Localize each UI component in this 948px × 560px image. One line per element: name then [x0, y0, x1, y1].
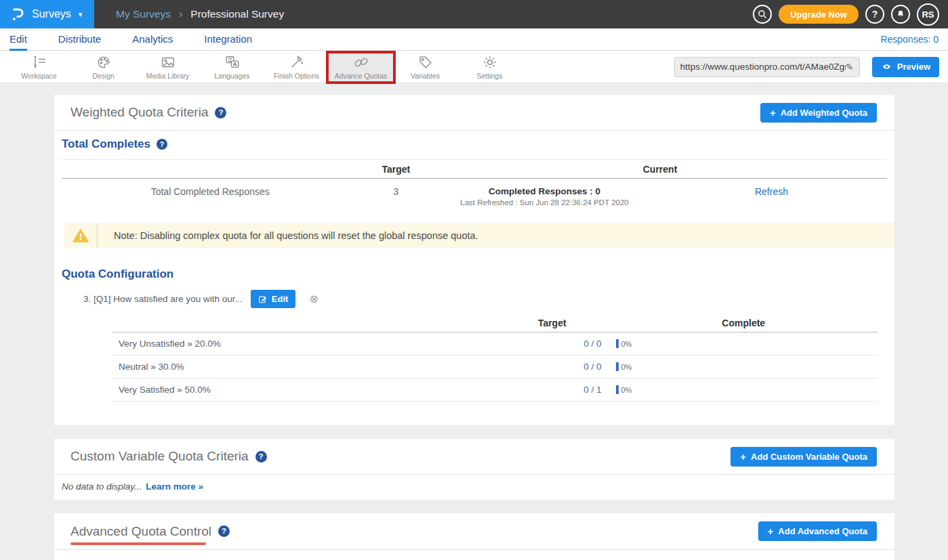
questionpro-logo-icon — [9, 6, 26, 22]
column-target: Target — [495, 318, 610, 328]
advanced-quota-title: Advanced Quota Control — [70, 524, 211, 539]
total-completes-help-icon[interactable]: ? — [157, 139, 167, 150]
add-weighted-quota-label: Add Weighted Quota — [781, 108, 867, 118]
answer-option-label: Very Satisfied » 50.0% — [112, 385, 495, 395]
toolbar-design[interactable]: Design — [71, 51, 136, 83]
languages-icon — [224, 54, 241, 70]
answer-option-label: Very Unsatisfied » 20.0% — [112, 339, 495, 349]
column-current: Current — [433, 164, 887, 175]
weighted-quota-title-wrap: Weighted Quota Criteria ? — [70, 105, 226, 120]
add-custom-variable-quota-label: Add Custom Variable Quota — [751, 452, 867, 462]
workspace-icon — [31, 54, 47, 70]
toolbar-settings-label: Settings — [477, 72, 503, 80]
remove-quota-icon[interactable]: ⊗ — [309, 294, 318, 305]
advance-quotas-chain-icon — [353, 54, 369, 70]
weighted-quota-header: Weighted Quota Criteria ? + Add Weighted… — [54, 95, 894, 131]
last-refreshed-timestamp: Last Refreshed : Sun Jun 28 22:36:24 PDT… — [433, 198, 656, 207]
add-weighted-quota-button[interactable]: + Add Weighted Quota — [760, 103, 877, 123]
toolbar-finish-options-label: Finish Options — [274, 72, 319, 80]
quota-question-row: 3. [Q1] How satisfied are you with our..… — [83, 290, 318, 308]
refresh-link[interactable]: Refresh — [755, 186, 788, 197]
survey-url-input[interactable] — [680, 62, 846, 72]
toolbar-design-label: Design — [92, 72, 115, 80]
table-row: Neutral » 30.0% 0 / 0 0% — [112, 356, 878, 379]
custom-variable-title-wrap: Custom Variable Quota Criteria ? — [70, 449, 267, 464]
finish-options-wand-icon — [289, 54, 305, 70]
breadcrumb-separator-icon: › — [179, 8, 182, 20]
total-completes-title-wrap: Total Completes ? — [62, 137, 167, 151]
edit-url-pencil-icon[interactable]: ✎ — [846, 62, 854, 72]
eye-icon — [881, 62, 892, 71]
preview-button[interactable]: Preview — [872, 57, 939, 77]
tab-edit[interactable]: Edit — [9, 28, 27, 51]
no-data-text: No data to display... — [62, 481, 142, 492]
toolbar-workspace[interactable]: Workspace — [7, 51, 71, 83]
quota-table-header: Target Complete — [112, 314, 878, 332]
search-icon — [757, 9, 768, 20]
add-advanced-quota-button[interactable]: + Add Advanced Quota — [758, 521, 877, 541]
weighted-quota-help-icon[interactable]: ? — [215, 107, 226, 119]
tab-distribute[interactable]: Distribute — [58, 28, 101, 51]
toolbar-advance-quotas-label: Advance Quotas — [335, 72, 388, 80]
toolbar-languages-label: Languages — [215, 72, 250, 80]
responses-count: Responses: 0 — [880, 34, 939, 45]
learn-more-link[interactable]: Learn more » — [146, 481, 203, 492]
custom-variable-quota-card: Custom Variable Quota Criteria ? + Add C… — [54, 439, 894, 500]
completed-responses-count: Completed Responses : 0 — [433, 186, 656, 196]
toolbar-media-library[interactable]: Media Library — [136, 51, 200, 83]
help-button[interactable]: ? — [865, 5, 884, 24]
question-icon: ? — [872, 9, 878, 20]
preview-button-label: Preview — [897, 62, 930, 72]
target-count: 0 / 0 — [495, 362, 610, 372]
note-icon-wrap — [64, 228, 97, 243]
breadcrumb-my-surveys[interactable]: My Surveys — [116, 8, 171, 20]
edit-toolbar: Workspace Design Media Library Languages… — [0, 51, 948, 83]
add-custom-variable-quota-button[interactable]: + Add Custom Variable Quota — [730, 447, 877, 467]
quota-question-label: 3. [Q1] How satisfied are you with our..… — [83, 294, 243, 304]
user-avatar[interactable]: RS — [917, 3, 939, 26]
custom-variable-quota-title: Custom Variable Quota Criteria — [70, 449, 249, 464]
custom-variable-help-icon[interactable]: ? — [255, 451, 267, 462]
quota-note-banner: Note: Disabling complex quota for all qu… — [64, 223, 894, 248]
warning-triangle-icon — [73, 228, 89, 243]
custom-variable-quota-header: Custom Variable Quota Criteria ? + Add C… — [54, 439, 894, 475]
toolbar-settings[interactable]: Settings — [457, 51, 522, 83]
progress-bar — [616, 339, 619, 348]
toolbar-advance-quotas[interactable]: Advance Quotas — [329, 51, 393, 83]
edit-question-quota-button[interactable]: Edit — [251, 290, 296, 308]
toolbar-variables[interactable]: Variables — [393, 51, 457, 83]
edit-button-label: Edit — [272, 294, 289, 304]
chevron-down-icon: ▾ — [79, 10, 83, 19]
table-row: Very Unsatisfied » 20.0% 0 / 0 0% — [112, 332, 878, 356]
advanced-quota-card: Advanced Quota Control ? + Add Advanced … — [54, 513, 894, 560]
notifications-button[interactable] — [891, 5, 910, 24]
design-palette-icon — [96, 54, 112, 70]
total-completes-title: Total Completes — [62, 137, 150, 151]
breadcrumb-current-survey: Professional Survey — [190, 8, 284, 20]
search-button[interactable] — [753, 5, 772, 24]
media-library-icon — [160, 54, 176, 70]
complete-cell: 0% — [610, 362, 878, 371]
total-completes-table-header: Target Current — [62, 160, 887, 179]
total-completed-responses-label: Total Completed Responses — [62, 186, 358, 197]
tab-integration[interactable]: Integration — [204, 28, 252, 51]
column-complete: Complete — [610, 318, 878, 328]
product-menu[interactable]: Surveys ▾ — [0, 0, 94, 28]
toolbar-right: ✎ Preview — [674, 57, 948, 77]
target-count: 0 / 1 — [495, 385, 610, 395]
total-completes-row: Total Completed Responses 3 Completed Re… — [62, 179, 887, 215]
toolbar-languages[interactable]: Languages — [200, 51, 264, 83]
advanced-quota-title-wrap: Advanced Quota Control ? — [70, 524, 230, 539]
toolbar-variables-label: Variables — [411, 72, 440, 80]
topbar: Surveys ▾ My Surveys › Professional Surv… — [0, 0, 948, 28]
topbar-actions: Upgrade Now ? RS — [753, 3, 948, 26]
progress-percent: 0% — [621, 386, 632, 394]
table-row: Very Satisfied » 50.0% 0 / 1 0% — [112, 379, 878, 402]
tab-analytics[interactable]: Analytics — [132, 28, 173, 51]
advanced-quota-help-icon[interactable]: ? — [218, 525, 230, 537]
toolbar-finish-options[interactable]: Finish Options — [264, 51, 329, 83]
progress-percent: 0% — [621, 340, 632, 348]
advanced-quota-header: Advanced Quota Control ? + Add Advanced … — [54, 513, 894, 550]
plus-icon: + — [768, 526, 774, 536]
upgrade-now-button[interactable]: Upgrade Now — [779, 5, 859, 24]
